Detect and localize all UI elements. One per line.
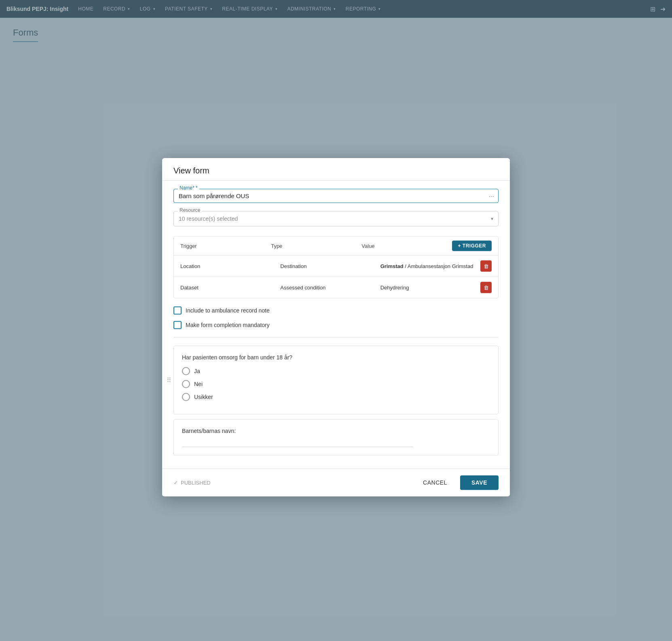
name-field-label: Name* xyxy=(178,185,199,191)
add-trigger-button[interactable]: + TRIGGER xyxy=(452,240,492,251)
modal-body[interactable]: Name* ⋯ Resource 10 resource(s) selected… xyxy=(162,181,510,468)
checkbox-mandatory-row: Make form completion mandatory xyxy=(173,321,499,329)
question-section-1: ⠿ Har pasienten omsorg for barn under 18… xyxy=(173,346,499,414)
trigger-row-2: Dataset Assessed condition Dehydrering 🗑 xyxy=(174,277,498,298)
checkbox-ambulance-label: Include to ambulance record note xyxy=(186,307,270,314)
triggers-table-header: Trigger Type Value + TRIGGER xyxy=(174,236,498,255)
trigger-row2-value: Dehydrering xyxy=(380,285,480,291)
drag-handle-1[interactable]: ⠿ xyxy=(167,376,171,384)
cancel-button[interactable]: CANCEL xyxy=(416,476,454,489)
question-section-2: Barnets/barnas navn: xyxy=(173,419,499,455)
type-col-header: Type xyxy=(271,243,361,249)
delete-trigger-2-button[interactable]: 🗑 xyxy=(480,282,492,293)
resource-field-label: Resource xyxy=(178,207,202,213)
resource-dropdown-arrow: ▾ xyxy=(491,216,493,221)
question-text-1: Har pasienten omsorg for barn under 18 å… xyxy=(182,354,490,361)
trigger-row2-type: Assessed condition xyxy=(280,285,380,291)
radio-option-usikker: Usikker xyxy=(182,393,490,401)
save-button[interactable]: SAVE xyxy=(460,475,499,490)
radio-usikker-label: Usikker xyxy=(194,394,213,400)
trigger-row1-value: Grimstad / Ambulansestasjon Grimstad xyxy=(380,263,480,269)
radio-ja[interactable] xyxy=(182,367,190,375)
modal-header: View form xyxy=(162,158,510,181)
value-col-header: Value xyxy=(361,243,452,249)
name-field-group: Name* ⋯ xyxy=(173,189,499,203)
checkbox-ambulance[interactable] xyxy=(173,306,182,314)
view-form-modal: View form Name* ⋯ Resource 10 resource(s… xyxy=(162,158,510,496)
trigger-row1-type: Destination xyxy=(280,263,380,269)
radio-option-ja: Ja xyxy=(182,367,490,375)
published-label: PUBLISHED xyxy=(181,480,211,486)
checkbox-mandatory-label: Make form completion mandatory xyxy=(186,322,270,328)
trigger-row1-trigger: Location xyxy=(180,263,280,269)
radio-ja-label: Ja xyxy=(194,368,200,374)
modal-title: View form xyxy=(173,166,499,175)
radio-usikker[interactable] xyxy=(182,393,190,401)
checkbox-ambulance-row: Include to ambulance record note xyxy=(173,306,499,314)
section-divider xyxy=(173,337,499,337)
name-input[interactable] xyxy=(179,192,493,199)
checkbox-mandatory[interactable] xyxy=(173,321,182,329)
barnets-navn-input[interactable] xyxy=(182,437,413,447)
published-status: ✓ PUBLISHED xyxy=(173,479,211,486)
trigger-row2-trigger: Dataset xyxy=(180,285,280,291)
triggers-table: Trigger Type Value + TRIGGER Location De… xyxy=(173,236,499,298)
radio-nei-label: Nei xyxy=(194,381,203,387)
name-options-icon[interactable]: ⋯ xyxy=(489,193,494,199)
delete-trigger-1-button[interactable]: 🗑 xyxy=(480,260,492,272)
modal-footer: ✓ PUBLISHED CANCEL SAVE xyxy=(162,468,510,496)
published-check-icon: ✓ xyxy=(173,479,178,486)
question-text-2: Barnets/barnas navn: xyxy=(182,428,490,434)
radio-option-nei: Nei xyxy=(182,380,490,388)
trigger-col-header: Trigger xyxy=(180,243,271,249)
resource-selected-count: 10 resource(s) selected xyxy=(179,215,238,222)
trigger-row-1: Location Destination Grimstad / Ambulans… xyxy=(174,255,498,277)
resource-dropdown[interactable]: 10 resource(s) selected ▾ xyxy=(179,215,493,222)
radio-nei[interactable] xyxy=(182,380,190,388)
resource-field-group: Resource 10 resource(s) selected ▾ xyxy=(173,211,499,226)
